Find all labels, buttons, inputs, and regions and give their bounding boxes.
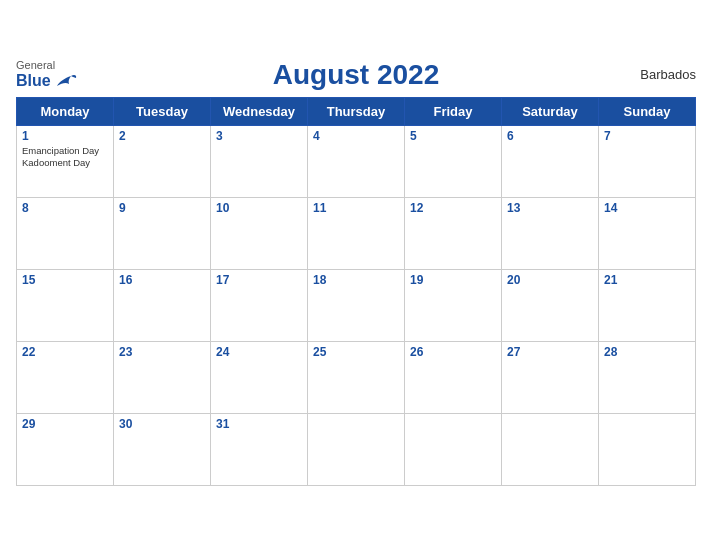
day-number: 2 [119,129,205,143]
day-cell-35 [599,413,696,485]
day-cell-21: 21 [599,269,696,341]
logo-general-text: General [16,59,55,71]
day-cell-23: 23 [114,341,211,413]
day-number: 1 [22,129,108,143]
calendar-table: Monday Tuesday Wednesday Thursday Friday… [16,97,696,486]
day-cell-34 [502,413,599,485]
day-cell-25: 25 [308,341,405,413]
day-cell-12: 12 [405,197,502,269]
day-number: 15 [22,273,108,287]
day-cell-8: 8 [17,197,114,269]
day-number: 29 [22,417,108,431]
day-cell-32 [308,413,405,485]
weekday-header-row: Monday Tuesday Wednesday Thursday Friday… [17,97,696,125]
logo-bird-icon [55,72,77,90]
day-cell-3: 3 [211,125,308,197]
holiday-text: Emancipation Day Kadooment Day [22,145,108,170]
day-cell-27: 27 [502,341,599,413]
header-friday: Friday [405,97,502,125]
country-label: Barbados [640,67,696,82]
day-number: 17 [216,273,302,287]
week-row-2: 891011121314 [17,197,696,269]
day-cell-16: 16 [114,269,211,341]
day-number: 23 [119,345,205,359]
day-number: 18 [313,273,399,287]
day-number: 25 [313,345,399,359]
calendar-title: August 2022 [273,59,440,91]
day-cell-15: 15 [17,269,114,341]
day-cell-29: 29 [17,413,114,485]
day-number: 26 [410,345,496,359]
day-cell-1: 1Emancipation Day Kadooment Day [17,125,114,197]
day-number: 12 [410,201,496,215]
day-number: 7 [604,129,690,143]
day-number: 16 [119,273,205,287]
header-monday: Monday [17,97,114,125]
header-sunday: Sunday [599,97,696,125]
day-number: 21 [604,273,690,287]
week-row-3: 15161718192021 [17,269,696,341]
day-number: 30 [119,417,205,431]
calendar-body: 1Emancipation Day Kadooment Day234567891… [17,125,696,485]
day-number: 3 [216,129,302,143]
day-number: 27 [507,345,593,359]
day-number: 10 [216,201,302,215]
day-number: 13 [507,201,593,215]
day-cell-2: 2 [114,125,211,197]
day-cell-20: 20 [502,269,599,341]
day-cell-11: 11 [308,197,405,269]
week-row-5: 293031 [17,413,696,485]
day-number: 20 [507,273,593,287]
day-number: 8 [22,201,108,215]
day-cell-17: 17 [211,269,308,341]
day-cell-5: 5 [405,125,502,197]
day-cell-7: 7 [599,125,696,197]
day-cell-22: 22 [17,341,114,413]
day-cell-28: 28 [599,341,696,413]
header-saturday: Saturday [502,97,599,125]
calendar-thead: Monday Tuesday Wednesday Thursday Friday… [17,97,696,125]
day-number: 28 [604,345,690,359]
day-number: 31 [216,417,302,431]
header-wednesday: Wednesday [211,97,308,125]
header-tuesday: Tuesday [114,97,211,125]
day-cell-24: 24 [211,341,308,413]
day-cell-13: 13 [502,197,599,269]
day-cell-18: 18 [308,269,405,341]
day-cell-30: 30 [114,413,211,485]
week-row-1: 1Emancipation Day Kadooment Day234567 [17,125,696,197]
day-number: 11 [313,201,399,215]
day-cell-14: 14 [599,197,696,269]
logo-area: General Blue [16,59,77,89]
day-cell-9: 9 [114,197,211,269]
week-row-4: 22232425262728 [17,341,696,413]
calendar-container: General Blue August 2022 Barbados Monday… [0,49,712,502]
day-cell-31: 31 [211,413,308,485]
day-number: 14 [604,201,690,215]
header-thursday: Thursday [308,97,405,125]
logo-blue-text: Blue [16,72,51,90]
day-number: 22 [22,345,108,359]
day-number: 4 [313,129,399,143]
calendar-header: General Blue August 2022 Barbados [16,59,696,91]
day-cell-26: 26 [405,341,502,413]
day-number: 5 [410,129,496,143]
day-cell-33 [405,413,502,485]
day-number: 9 [119,201,205,215]
day-number: 19 [410,273,496,287]
day-cell-19: 19 [405,269,502,341]
day-cell-4: 4 [308,125,405,197]
day-cell-6: 6 [502,125,599,197]
day-number: 24 [216,345,302,359]
day-number: 6 [507,129,593,143]
day-cell-10: 10 [211,197,308,269]
